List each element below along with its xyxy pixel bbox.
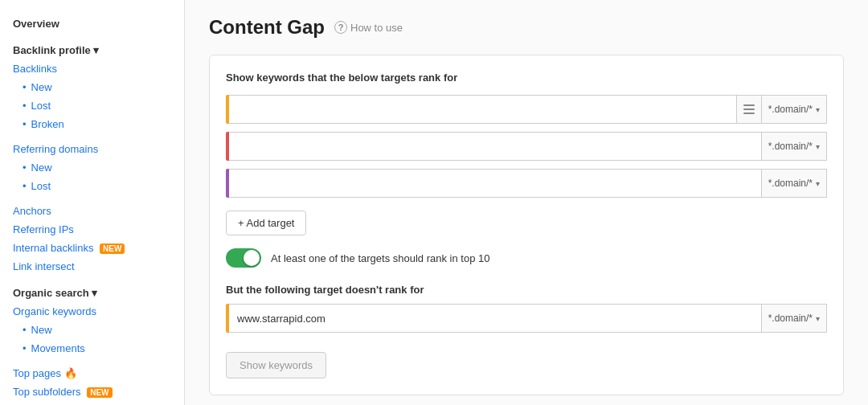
rank-toggle[interactable] <box>226 248 261 268</box>
internal-backlinks-badge: NEW <box>100 243 125 254</box>
chevron-down-icon-1: ▾ <box>816 105 820 114</box>
toggle-row: At least one of the targets should rank … <box>226 248 827 268</box>
target-input-row-2: *.domain/* ▾ <box>226 132 827 161</box>
svg-rect-1 <box>743 108 755 110</box>
sidebar-item-organic-keywords[interactable]: Organic keywords <box>0 302 184 321</box>
add-target-button[interactable]: + Add target <box>226 211 306 235</box>
main-content: Content Gap ? How to use Show keywords t… <box>185 0 868 405</box>
domain-select-2[interactable]: *.domain/* ▾ <box>762 132 827 161</box>
question-icon: ? <box>334 21 347 34</box>
page-header: Content Gap ? How to use <box>209 16 844 39</box>
sidebar-item-referring-new[interactable]: New <box>0 158 184 177</box>
svg-rect-2 <box>743 112 755 114</box>
target-input-1[interactable] <box>229 95 737 124</box>
sidebar-item-top-subfolders[interactable]: Top subfolders NEW <box>0 382 184 401</box>
svg-rect-0 <box>743 104 755 106</box>
domain-option-1-label: *.domain/* <box>768 104 813 115</box>
sidebar-item-referring-ips[interactable]: Referring IPs <box>0 220 184 239</box>
sidebar-item-link-intersect[interactable]: Link intersect <box>0 257 184 276</box>
domain-select-3[interactable]: *.domain/* ▾ <box>762 169 827 198</box>
show-keywords-button[interactable]: Show keywords <box>226 352 326 378</box>
domain-select-1[interactable]: *.domain/* ▾ <box>762 95 827 124</box>
list-icon-btn[interactable] <box>737 95 762 124</box>
sidebar-item-organic-new[interactable]: New <box>0 321 184 339</box>
not-rank-domain-select[interactable]: *.domain/* ▾ <box>762 304 827 333</box>
not-rank-domain-option-label: *.domain/* <box>768 313 813 324</box>
content-gap-card: Show keywords that the below targets ran… <box>209 55 844 395</box>
sidebar-item-top-pages[interactable]: Top pages 🔥 <box>0 364 184 382</box>
page-title: Content Gap <box>209 16 325 39</box>
chevron-down-icon-2: ▾ <box>816 142 820 151</box>
sidebar-item-referring-domains[interactable]: Referring domains <box>0 140 184 158</box>
how-to-use-label: How to use <box>350 22 403 34</box>
sidebar-backlink-profile[interactable]: Backlink profile ▾ <box>0 39 184 59</box>
toggle-knob <box>244 250 260 266</box>
sidebar-item-backlinks-new[interactable]: New <box>0 78 184 96</box>
target-input-row-1: *.domain/* ▾ <box>226 95 827 124</box>
domain-option-2-label: *.domain/* <box>768 141 813 152</box>
not-rank-section-label: But the following target doesn't rank fo… <box>226 284 827 296</box>
not-rank-chevron-icon: ▾ <box>816 314 820 323</box>
target-input-2[interactable] <box>229 132 762 161</box>
target-input-row-3: *.domain/* ▾ <box>226 169 827 198</box>
not-rank-input[interactable] <box>229 304 762 333</box>
sidebar-item-organic-movements[interactable]: Movements <box>0 339 184 358</box>
sidebar-item-backlinks-broken[interactable]: Broken <box>0 115 184 133</box>
sidebar-overview[interactable]: Overview <box>0 13 184 33</box>
target-input-3[interactable] <box>229 169 762 198</box>
how-to-use-link[interactable]: ? How to use <box>334 21 403 34</box>
sidebar-item-referring-lost[interactable]: Lost <box>0 177 184 195</box>
toggle-label: At least one of the targets should rank … <box>271 252 489 264</box>
not-rank-input-row: *.domain/* ▾ <box>226 304 827 333</box>
chevron-down-icon-3: ▾ <box>816 179 820 188</box>
show-keywords-section-label: Show keywords that the below targets ran… <box>226 72 827 84</box>
sidebar-item-internal-backlinks[interactable]: Internal backlinks NEW <box>0 239 184 257</box>
sidebar: Overview Backlink profile ▾ Backlinks Ne… <box>0 0 185 405</box>
sidebar-item-backlinks[interactable]: Backlinks <box>0 59 184 78</box>
sidebar-item-backlinks-lost[interactable]: Lost <box>0 96 184 115</box>
domain-option-3-label: *.domain/* <box>768 178 813 189</box>
sidebar-organic-search[interactable]: Organic search ▾ <box>0 282 184 302</box>
sidebar-item-anchors[interactable]: Anchors <box>0 202 184 220</box>
top-subfolders-badge: NEW <box>87 387 112 398</box>
